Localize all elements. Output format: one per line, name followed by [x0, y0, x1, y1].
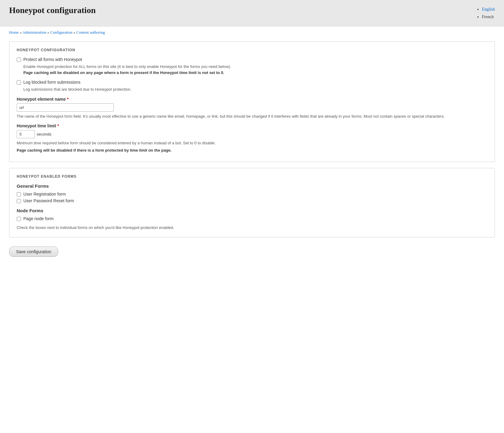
enabled-forms-note: Check the boxes next to individual forms…: [17, 225, 487, 230]
log-blocked-desc: Log submissions that are blocked due to …: [23, 86, 487, 92]
time-limit-input-row: seconds: [17, 130, 487, 138]
time-limit-group: Honeypot time limit * seconds Minimum ti…: [17, 123, 487, 153]
user-password-reset-row: User Password Reset form: [17, 198, 487, 203]
breadcrumb: Home » Administration » Configuration » …: [0, 26, 504, 39]
time-limit-required: *: [57, 123, 59, 128]
element-name-label-row: Honeypot element name *: [17, 97, 487, 102]
protect-all-checkbox[interactable]: [17, 58, 21, 62]
page-node-label[interactable]: Page node form: [23, 216, 54, 221]
time-limit-label: Honeypot time limit: [17, 123, 56, 128]
language-list: English French: [476, 5, 495, 21]
language-french-label: French: [482, 15, 494, 19]
user-registration-label[interactable]: User Registration form: [23, 192, 66, 196]
element-name-desc: The name of the Honeypot form field. It'…: [17, 113, 487, 119]
page-header: Honeypot configuration English French: [0, 0, 504, 26]
breadcrumb-content-authoring[interactable]: Content authoring: [76, 30, 105, 35]
time-limit-input[interactable]: [17, 130, 35, 138]
user-password-reset-label[interactable]: User Password Reset form: [23, 198, 74, 203]
time-limit-label-row: Honeypot time limit *: [17, 123, 487, 128]
page-node-row: Page node form: [17, 216, 487, 221]
protect-all-row: Protect all forms with Honeypot: [17, 57, 487, 62]
element-name-label: Honeypot element name: [17, 97, 66, 102]
language-english[interactable]: English: [482, 5, 495, 13]
user-password-reset-checkbox[interactable]: [17, 199, 21, 203]
log-blocked-checkbox[interactable]: [17, 80, 21, 85]
page-node-checkbox[interactable]: [17, 217, 21, 221]
node-forms-heading: Node Forms: [17, 208, 487, 213]
breadcrumb-administration[interactable]: Administration: [22, 30, 46, 35]
config-section-title: HONEYPOT CONFIGURATION: [17, 48, 487, 52]
element-name-group: Honeypot element name * The name of the …: [17, 97, 487, 119]
time-limit-unit: seconds: [37, 132, 51, 136]
time-limit-warning: Page caching will be disabled if there i…: [17, 147, 487, 153]
user-registration-row: User Registration form: [17, 192, 487, 196]
save-configuration-button[interactable]: Save configuration: [9, 247, 58, 257]
protect-all-label[interactable]: Protect all forms with Honeypot: [23, 57, 82, 62]
breadcrumb-configuration[interactable]: Configuration: [50, 30, 72, 35]
enabled-section-title: HONEYPOT ENABLED FORMS: [17, 174, 487, 179]
general-forms-heading: General Forms: [17, 183, 487, 189]
page-title: Honeypot configuration: [9, 5, 96, 15]
element-name-input[interactable]: [17, 103, 114, 112]
language-english-link[interactable]: English: [482, 7, 495, 12]
log-blocked-row: Log blocked form submissions: [17, 80, 487, 85]
honeypot-config-section: HONEYPOT CONFIGURATION Protect all forms…: [9, 42, 495, 162]
language-french: French: [482, 13, 495, 21]
breadcrumb-home[interactable]: Home: [9, 30, 19, 35]
element-name-required: *: [67, 97, 69, 102]
protect-all-desc: Enable Honeypot protection for ALL forms…: [23, 64, 487, 76]
log-blocked-label[interactable]: Log blocked form submissions: [23, 80, 80, 85]
enabled-forms-section: HONEYPOT ENABLED FORMS General Forms Use…: [9, 168, 495, 237]
user-registration-checkbox[interactable]: [17, 192, 21, 196]
time-limit-desc: Minimum time required before form should…: [17, 140, 487, 146]
main-content: HONEYPOT CONFIGURATION Protect all forms…: [0, 39, 504, 266]
